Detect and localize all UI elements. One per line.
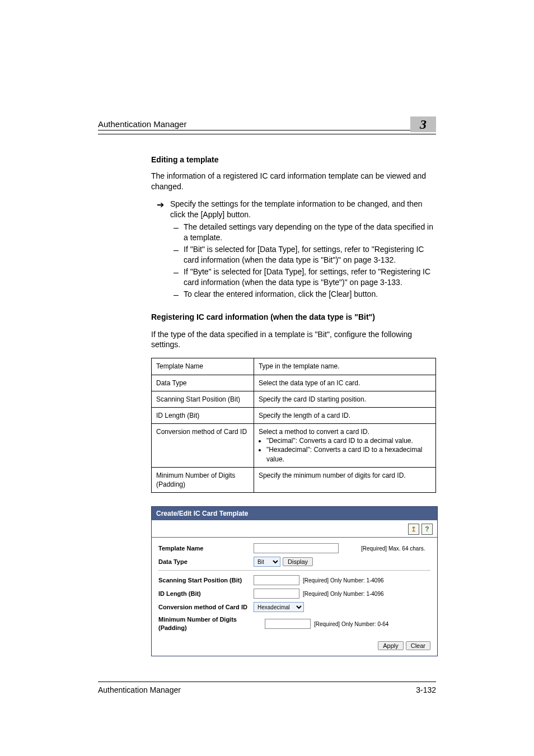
- param-desc: Specify the minimum number of digits for…: [254, 467, 435, 492]
- help-icon[interactable]: ?: [421, 524, 433, 535]
- conversion-select[interactable]: Hexadecimal: [254, 602, 304, 612]
- hint-num-1-4096-b: [Required] Only Number: 1-4096: [303, 590, 384, 598]
- param-desc: Type in the template name.: [254, 358, 435, 375]
- sub-item-text: If "Bit" is selected for [Data Type], fo…: [184, 245, 424, 264]
- table-row: Data Type Select the data type of an IC …: [152, 375, 436, 391]
- header-rule: [98, 134, 436, 134]
- desc-bullet: "Hexadecimal": Converts a card ID to a h…: [266, 445, 431, 463]
- footer-right: 3-132: [416, 685, 436, 694]
- dialog-iconbar: ↥ ?: [152, 520, 437, 538]
- row-data-type: Data Type Bit Display: [158, 557, 430, 567]
- label-min-digits: Minimum Number of Digits (Padding): [158, 615, 265, 632]
- min-digits-input[interactable]: [265, 619, 311, 629]
- label-data-type: Data Type: [158, 558, 254, 566]
- param-desc-text: Select a method to convert a card ID.: [259, 428, 369, 436]
- page: Authentication Manager 3 Editing a templ…: [0, 0, 534, 756]
- intro-para-2: If the type of the data specified in a t…: [151, 329, 436, 351]
- clear-button[interactable]: Clear: [406, 641, 430, 650]
- dash-icon: –: [174, 244, 179, 256]
- section-name: Authentication Manager: [98, 119, 186, 129]
- chapter-badge-wrap: 3: [410, 112, 436, 129]
- data-type-select[interactable]: Bit: [254, 557, 280, 567]
- separator: [158, 570, 430, 571]
- param-desc: Select a method to convert a card ID. "D…: [254, 424, 435, 468]
- table-row: Scanning Start Position (Bit) Specify th…: [152, 391, 436, 407]
- sub-item: –The detailed settings vary depending on…: [170, 222, 436, 243]
- footer: Authentication Manager 3-132: [98, 682, 436, 694]
- hint-num-1-4096: [Required] Only Number: 1-4096: [303, 577, 384, 585]
- row-min-digits: Minimum Number of Digits (Padding) [Requ…: [158, 615, 430, 632]
- label-id-length: ID Length (Bit): [158, 590, 254, 598]
- procedure-step: ➔ Specify the settings for the template …: [151, 199, 436, 300]
- table-row: Conversion method of Card ID Select a me…: [152, 424, 436, 468]
- arrow-icon: ➔: [157, 199, 164, 211]
- label-scan-start: Scanning Start Position (Bit): [158, 576, 254, 585]
- desc-bullets: "Decimal": Converts a card ID to a decim…: [259, 436, 431, 464]
- row-template-name: Template Name [Required] Max. 64 chars.: [158, 543, 430, 553]
- sub-item-text: If "Byte" is selected for [Data Type], f…: [184, 267, 430, 287]
- param-name: Template Name: [152, 358, 254, 375]
- dash-icon: –: [174, 222, 179, 234]
- dialog-body: Template Name [Required] Max. 64 chars. …: [152, 538, 437, 641]
- param-name: Conversion method of Card ID: [152, 424, 254, 468]
- row-id-length: ID Length (Bit) [Required] Only Number: …: [158, 589, 430, 599]
- dialog-title: Create/Edit IC Card Template: [152, 507, 437, 520]
- sub-item-text: The detailed settings vary depending on …: [184, 222, 433, 242]
- sub-item: –If "Bit" is selected for [Data Type], f…: [170, 244, 436, 265]
- param-name: ID Length (Bit): [152, 407, 254, 423]
- dash-icon: –: [174, 289, 179, 301]
- dialog-button-row: Apply Clear: [152, 641, 437, 656]
- up-icon[interactable]: ↥: [408, 524, 419, 535]
- param-name: Scanning Start Position (Bit): [152, 391, 254, 407]
- id-length-input[interactable]: [254, 589, 299, 599]
- create-edit-template-dialog: Create/Edit IC Card Template ↥ ? Templat…: [151, 506, 438, 656]
- hint-num-0-64: [Required] Only Number: 0-64: [314, 620, 388, 628]
- content: Editing a template The information of a …: [151, 155, 436, 656]
- row-conversion: Conversion method of Card ID Hexadecimal: [158, 602, 430, 612]
- running-header: Authentication Manager 3: [98, 112, 436, 130]
- sub-item: –To clear the entered information, click…: [170, 289, 436, 300]
- heading-registering-bit: Registering IC card information (when th…: [151, 312, 436, 323]
- desc-bullet: "Decimal": Converts a card ID to a decim…: [266, 436, 431, 445]
- row-scan-start: Scanning Start Position (Bit) [Required]…: [158, 575, 430, 585]
- settings-table: Template Name Type in the template name.…: [151, 358, 436, 493]
- param-desc: Specify the length of a card ID.: [254, 407, 435, 423]
- table-row: ID Length (Bit) Specify the length of a …: [152, 407, 436, 423]
- param-name: Data Type: [152, 375, 254, 391]
- param-name: Minimum Number of Digits (Padding): [152, 467, 254, 492]
- heading-editing-template: Editing a template: [151, 155, 436, 165]
- hint-max64: [Required] Max. 64 chars.: [361, 545, 425, 553]
- label-template-name: Template Name: [158, 544, 254, 553]
- procedure-list: ➔ Specify the settings for the template …: [151, 199, 436, 300]
- param-desc: Select the data type of an IC card.: [254, 375, 435, 391]
- sub-list: –The detailed settings vary depending on…: [170, 222, 436, 299]
- table-row: Minimum Number of Digits (Padding) Speci…: [152, 467, 436, 492]
- template-name-input[interactable]: [254, 543, 339, 553]
- table-row: Template Name Type in the template name.: [152, 358, 436, 375]
- label-conversion: Conversion method of Card ID: [158, 603, 254, 612]
- intro-para-1: The information of a registered IC card …: [151, 171, 436, 192]
- display-button[interactable]: Display: [283, 557, 313, 566]
- scan-start-input[interactable]: [254, 575, 299, 585]
- apply-button[interactable]: Apply: [378, 641, 404, 650]
- footer-left: Authentication Manager: [98, 685, 181, 694]
- sub-item-text: To clear the entered information, click …: [184, 290, 378, 298]
- param-desc: Specify the card ID starting position.: [254, 391, 435, 407]
- sub-item: –If "Byte" is selected for [Data Type], …: [170, 267, 436, 288]
- chapter-badge: 3: [410, 116, 436, 132]
- dash-icon: –: [174, 267, 179, 279]
- procedure-step-text: Specify the settings for the template in…: [170, 199, 423, 219]
